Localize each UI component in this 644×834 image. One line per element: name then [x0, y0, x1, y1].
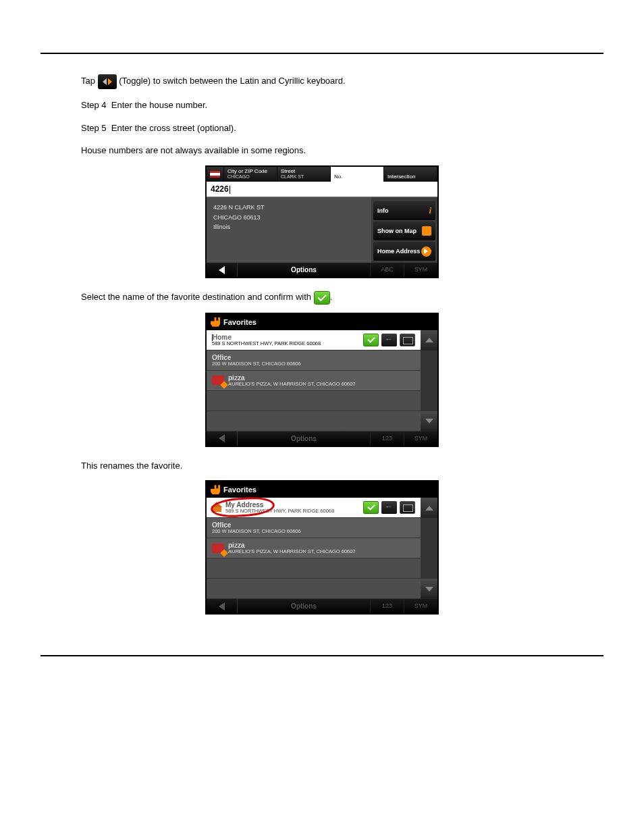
options-button[interactable]: Options	[238, 432, 370, 446]
instruction-toggle: Tap (Toggle) to switch between the Latin…	[81, 74, 603, 89]
back-icon	[219, 266, 225, 274]
poi-icon	[212, 375, 224, 385]
favorite-row-selected[interactable]: My Address 589 S NORTHWEST HWY, PARK RID…	[207, 498, 421, 518]
country-flag-tab[interactable]	[207, 167, 224, 182]
scroll-down-button[interactable]	[421, 411, 437, 432]
map-icon	[422, 226, 431, 236]
favorite-row-empty	[207, 391, 421, 411]
scroll-up-button[interactable]	[421, 330, 437, 350]
step-4: Step 4 Enter the house number.	[81, 99, 603, 112]
favorite-row[interactable]: Office 200 W MADISON ST, CHICAGO 60606	[207, 518, 421, 538]
instruction-confirm: Select the name of the favorite destinat…	[81, 290, 603, 305]
favorite-row-empty	[207, 411, 421, 432]
flag-icon	[210, 171, 220, 178]
sym-key[interactable]: SYM	[404, 263, 437, 277]
abc-key[interactable]: ABC	[370, 263, 404, 277]
home-address-button[interactable]: Home Address	[373, 242, 435, 261]
keyboard-button[interactable]	[400, 334, 415, 346]
address-input[interactable]: 4226	[207, 182, 437, 197]
123-key[interactable]: 123	[370, 599, 404, 613]
info-button[interactable]: Infoi	[373, 201, 435, 220]
back-icon	[219, 602, 225, 610]
options-button[interactable]: Options	[238, 263, 370, 277]
info-icon: i	[429, 206, 431, 215]
address-entry-screenshot: City or ZIP Code CHICAGO Street CLARK ST…	[205, 165, 439, 279]
chevron-up-icon	[425, 506, 433, 511]
favorite-row-empty	[207, 579, 421, 599]
favorite-row-selected[interactable]: Home 589 S NORTHWEST HWY, PARK RIDGE 600…	[207, 330, 421, 350]
confirm-check-icon	[314, 291, 330, 305]
options-button[interactable]: Options	[238, 599, 370, 613]
house-no-tab[interactable]: No.	[331, 167, 384, 182]
backspace-button[interactable]	[381, 501, 397, 514]
favorites-icon	[211, 485, 220, 494]
step5-note: House numbers are not always available i…	[81, 144, 603, 157]
favorites-rename-before-screenshot: Favorites Home 589 S NORTHWEST HWY, PARK…	[205, 313, 439, 447]
chevron-down-icon	[425, 419, 433, 423]
toggle-keyboard-icon	[98, 74, 117, 89]
scroll-track[interactable]	[421, 518, 437, 579]
confirm-button[interactable]	[363, 501, 379, 514]
back-icon	[219, 434, 225, 442]
page-header-rule	[41, 27, 603, 54]
back-button[interactable]	[207, 263, 238, 277]
show-on-map-button[interactable]: Show on Map	[373, 221, 435, 240]
favorite-row[interactable]: pizza AURELIO'S PIZZA, W HARRISON ST, CH…	[207, 371, 421, 391]
backspace-button[interactable]	[381, 334, 397, 346]
street-tab[interactable]: Street CLARK ST	[277, 167, 331, 182]
chevron-up-icon	[425, 338, 433, 342]
back-button[interactable]	[207, 432, 238, 446]
123-key[interactable]: 123	[370, 432, 404, 446]
instruction-renames: This renames the favorite.	[81, 459, 603, 473]
back-button[interactable]	[207, 599, 238, 613]
scroll-up-button[interactable]	[421, 498, 437, 518]
favorites-header: Favorites	[207, 481, 437, 498]
city-tab[interactable]: City or ZIP Code CHICAGO	[224, 167, 277, 182]
arrow-right-icon	[421, 246, 431, 257]
favorites-icon	[211, 317, 220, 327]
step-5: Step 5 Enter the cross street (optional)…	[81, 122, 603, 135]
scroll-down-button[interactable]	[421, 579, 437, 599]
page-footer-rule	[41, 655, 603, 682]
favorites-rename-after-screenshot: Favorites My Address 589 S NORTHWEST HWY…	[205, 480, 439, 615]
favorite-row[interactable]: pizza AURELIO'S PIZZA, W HARRISON ST, CH…	[207, 538, 421, 558]
chevron-down-icon	[425, 587, 433, 592]
favorite-row-empty	[207, 558, 421, 579]
address-result[interactable]: 4226 N CLARK ST CHICAGO 60613 Illinois	[207, 197, 371, 263]
confirm-button[interactable]	[363, 334, 379, 346]
sym-key[interactable]: SYM	[404, 432, 437, 446]
favorite-row[interactable]: Office 200 W MADISON ST, CHICAGO 60606	[207, 350, 421, 371]
home-icon	[212, 504, 221, 512]
poi-icon	[212, 544, 224, 553]
scroll-track[interactable]	[421, 350, 437, 411]
keyboard-button[interactable]	[400, 501, 415, 514]
intersection-tab[interactable]: Intersection	[384, 167, 437, 182]
favorites-header: Favorites	[207, 314, 437, 330]
sym-key[interactable]: SYM	[404, 599, 437, 613]
